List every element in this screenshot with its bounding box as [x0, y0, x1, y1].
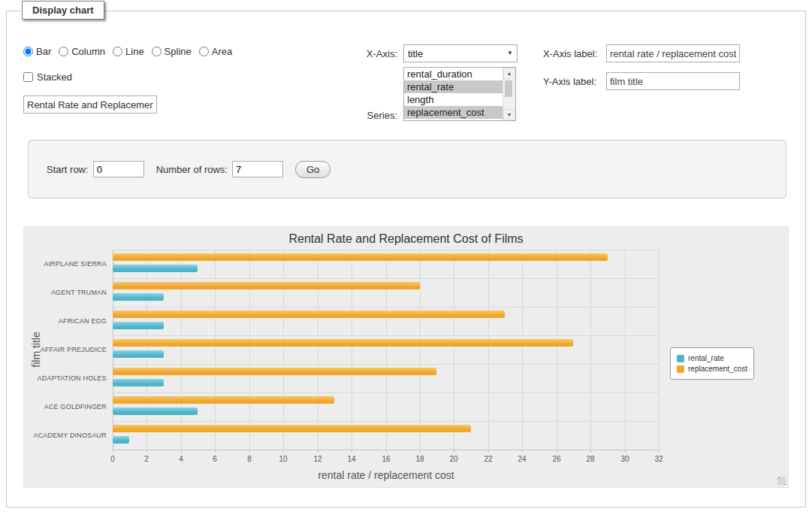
bar-replacement_cost: [113, 425, 471, 432]
listbox-scrollbar[interactable]: ▲ ▼: [503, 68, 515, 120]
bar-replacement_cost: [113, 253, 608, 261]
category-label: AFRICAN EGG: [24, 317, 107, 325]
gridline-vertical: [318, 250, 318, 450]
x-axis-tick-label: 32: [654, 455, 663, 463]
gridline-vertical: [488, 250, 489, 450]
chart-type-option-label: Spline: [165, 46, 192, 57]
y-axis-label-caption: Y-Axis label:: [543, 76, 603, 87]
chart-area: Rental Rate and Replacement Cost of Film…: [23, 226, 789, 488]
chart-type-option-spline[interactable]: Spline: [152, 46, 192, 57]
gridline-vertical: [181, 250, 182, 450]
series-listbox-label: Series:: [363, 110, 397, 121]
x-axis-tick-label: 20: [449, 455, 457, 463]
scroll-up-icon[interactable]: ▲: [503, 68, 515, 79]
panel-legend: Display chart: [22, 1, 104, 20]
go-button[interactable]: Go: [295, 161, 331, 178]
bar-rental_rate: [113, 293, 164, 301]
rows-panel: Start row: Number of rows: Go: [28, 140, 786, 198]
legend-label: rental_rate: [688, 354, 724, 362]
chart-type-radio-group: BarColumnLineSplineArea: [23, 46, 240, 59]
legend-item-rental_rate[interactable]: rental_rate: [677, 354, 747, 362]
series-option-length[interactable]: length: [404, 93, 503, 106]
start-row-input[interactable]: [93, 161, 144, 177]
x-axis-title: rental rate / replacement cost: [318, 469, 454, 481]
chart-type-option-label: Line: [125, 46, 144, 57]
chart-type-option-line[interactable]: Line: [113, 46, 144, 57]
num-rows-input[interactable]: [232, 161, 283, 177]
x-axis-tick: [659, 450, 660, 453]
x-axis-select-label: X-Axis:: [363, 48, 397, 59]
band-gridline: [113, 278, 659, 279]
gridline-vertical: [557, 250, 557, 450]
bar-replacement_cost: [113, 368, 436, 375]
bar-replacement_cost: [113, 396, 334, 404]
chart-type-option-label: Bar: [36, 46, 51, 57]
bar-replacement_cost: [113, 311, 505, 318]
series-option-rental_duration[interactable]: rental_duration: [404, 68, 503, 80]
x-axis-tick-label: 18: [415, 455, 424, 463]
gridline-vertical: [146, 250, 147, 450]
x-axis-label-input[interactable]: [606, 44, 740, 62]
bar-rental_rate: [113, 379, 164, 386]
scroll-down-icon[interactable]: ▼: [503, 109, 515, 120]
category-label: AIRPLANE SIERRA: [24, 260, 107, 268]
x-axis-tick-label: 12: [313, 455, 321, 463]
gridline-vertical: [590, 250, 591, 450]
y-axis-title: film title: [30, 332, 42, 367]
bar-rental_rate: [113, 265, 198, 272]
bar-replacement_cost: [113, 339, 573, 347]
chart-type-radio-column[interactable]: [59, 47, 68, 56]
x-axis-tick-label: 26: [552, 455, 560, 463]
chart-title-input[interactable]: [23, 95, 157, 114]
stacked-label: Stacked: [37, 71, 72, 83]
x-axis-tick-label: 28: [586, 455, 594, 463]
scrollbar-track[interactable]: [503, 79, 515, 109]
chart-legend: rental_ratereplacement_cost: [670, 347, 754, 380]
chart-type-option-label: Area: [212, 46, 232, 57]
chart-type-radio-line[interactable]: [113, 47, 122, 56]
chart-type-radio-spline[interactable]: [152, 47, 161, 56]
x-axis-tick-label: 14: [347, 455, 355, 463]
band-gridline: [113, 392, 659, 393]
chart-type-option-column[interactable]: Column: [59, 46, 105, 57]
chart-type-option-area[interactable]: Area: [199, 46, 232, 57]
series-option-rental_rate[interactable]: rental_rate: [404, 80, 503, 93]
gridline-vertical: [420, 250, 421, 450]
x-axis-tick-label: 6: [213, 455, 217, 463]
start-row-label: Start row:: [47, 164, 89, 175]
legend-item-replacement_cost[interactable]: replacement_cost: [677, 365, 747, 373]
stacked-option[interactable]: Stacked: [23, 71, 72, 83]
chart-type-radio-area[interactable]: [199, 47, 209, 56]
band-gridline: [113, 364, 659, 365]
gridline-vertical: [454, 250, 454, 450]
x-axis-tick-label: 0: [110, 455, 115, 463]
series-option-replacement_cost[interactable]: replacement_cost: [404, 106, 503, 119]
category-label: ADAPTATION HOLES: [24, 374, 107, 382]
resize-handle-icon[interactable]: [777, 477, 786, 485]
series-options: rental_durationrental_ratelengthreplacem…: [404, 68, 503, 120]
gridline-vertical: [283, 250, 284, 450]
gridline-vertical: [659, 250, 660, 450]
chart-type-option-bar[interactable]: Bar: [23, 46, 51, 57]
x-axis-tick-label: 30: [620, 455, 629, 463]
bar-replacement_cost: [113, 282, 420, 289]
series-listbox[interactable]: rental_durationrental_ratelengthreplacem…: [403, 67, 516, 121]
stacked-checkbox[interactable]: [23, 72, 33, 82]
category-label: ACE GOLDFINGER: [24, 403, 107, 411]
x-axis-select-wrap: title ▼: [403, 44, 518, 62]
scrollbar-thumb[interactable]: [505, 80, 512, 97]
gridline-vertical: [625, 250, 626, 450]
bar-rental_rate: [113, 436, 129, 444]
gridline-vertical: [386, 250, 387, 450]
chart-title: Rental Rate and Replacement Cost of Film…: [24, 232, 788, 246]
x-axis-line: [113, 450, 659, 450]
legend-swatch-icon: [677, 365, 684, 373]
chart-type-radio-bar[interactable]: [23, 47, 33, 56]
x-axis-tick-label: 24: [518, 455, 526, 463]
y-axis-label-input[interactable]: [606, 72, 740, 90]
band-gridline: [113, 335, 659, 336]
band-gridline: [113, 421, 659, 422]
x-axis-select[interactable]: title: [403, 44, 518, 62]
x-axis-tick-label: 2: [144, 455, 149, 463]
gridline-vertical: [352, 250, 352, 450]
